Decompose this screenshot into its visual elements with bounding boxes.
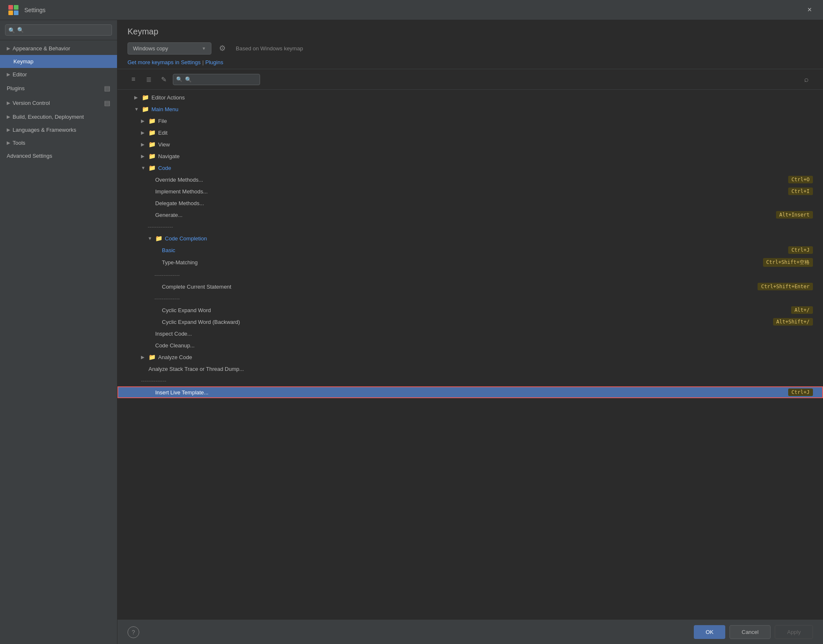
links-separator: |	[202, 59, 203, 65]
tree-item-analyze-code[interactable]: ▶ 📁 Analyze Code	[117, 351, 823, 363]
collapse-all-icon: ≡	[131, 76, 135, 83]
expand-all-button[interactable]: ≣	[143, 73, 154, 85]
page-title: Keymap	[128, 27, 813, 37]
sidebar-item-version-control[interactable]: ▶ Version Control ▤	[0, 96, 117, 110]
sidebar-item-advanced[interactable]: Advanced Settings	[0, 149, 117, 162]
item-label: Implement Methods...	[155, 188, 788, 195]
folder-icon: 📁	[142, 106, 149, 112]
window-title: Settings	[24, 7, 803, 13]
item-label: Inspect Code...	[155, 331, 813, 337]
bottom-right: OK Cancel Apply	[694, 625, 813, 639]
item-label: Edit	[158, 130, 813, 136]
item-label: Cyclic Expand Word (Backward)	[162, 319, 773, 325]
separator: --------------	[154, 295, 813, 302]
tree-item-inspect-code[interactable]: Inspect Code...	[117, 328, 823, 339]
sidebar-item-editor[interactable]: ▶ Editor	[0, 68, 117, 81]
tree-item-analyze-stack[interactable]: Analyze Stack Trace or Thread Dump...	[117, 363, 823, 375]
shortcut-badge: Ctrl+J	[788, 388, 813, 396]
tree-item-type-matching[interactable]: Type-Matching Ctrl+Shift+空格	[117, 256, 823, 269]
sidebar-search-input[interactable]	[5, 24, 112, 36]
shortcut-badge: Ctrl+Shift+空格	[763, 258, 813, 267]
sidebar-item-label: Editor	[13, 71, 27, 78]
keymap-controls: Windows copy ▼ ⚙ Based on Windows keymap	[128, 42, 813, 55]
tree-item-override-methods[interactable]: Override Methods... Ctrl+O	[117, 174, 823, 185]
content-area: Keymap Windows copy ▼ ⚙ Based on Windows…	[117, 20, 823, 644]
tree-item-file[interactable]: ▶ 📁 File	[117, 115, 823, 127]
item-label: Cyclic Expand Word	[162, 307, 791, 313]
tree-item-edit[interactable]: ▶ 📁 Edit	[117, 127, 823, 138]
tree-search-input[interactable]	[173, 74, 260, 85]
item-label: Complete Current Statement	[162, 284, 758, 290]
tree-item-code[interactable]: ▼ 📁 Code	[117, 162, 823, 174]
keymap-links: Get more keymaps in Settings | Plugins	[128, 59, 813, 65]
tree-item-cyclic-expand[interactable]: Cyclic Expand Word Alt+/	[117, 304, 823, 316]
sidebar-item-label: Plugins	[7, 85, 25, 91]
shortcut-badge: Alt+Insert	[776, 211, 813, 219]
tree-item-basic[interactable]: Basic Ctrl+J	[117, 244, 823, 256]
chevron-right-icon: ▶	[141, 355, 147, 360]
collapse-all-button[interactable]: ≡	[128, 73, 139, 85]
item-label: Override Methods...	[155, 177, 788, 183]
svg-rect-1	[14, 5, 18, 10]
tree-item-editor-actions[interactable]: ▶ 📁 Editor Actions	[117, 91, 823, 103]
tree-item-code-completion[interactable]: ▼ 📁 Code Completion	[117, 232, 823, 244]
tree-item-view[interactable]: ▶ 📁 View	[117, 138, 823, 150]
tree-search-icon: 🔍	[176, 76, 182, 82]
item-label: Delegate Methods...	[155, 200, 813, 206]
tree-item-code-cleanup[interactable]: Code Cleanup...	[117, 339, 823, 351]
folder-icon: 📁	[148, 141, 156, 148]
chevron-right-icon: ▶	[7, 114, 10, 120]
help-button[interactable]: ?	[128, 626, 139, 638]
app-icon	[7, 3, 20, 17]
tree-item-complete-current[interactable]: Complete Current Statement Ctrl+Shift+En…	[117, 281, 823, 292]
item-label: Code	[158, 165, 813, 171]
find-shortcut-icon: ⌕	[804, 75, 809, 84]
shortcut-badge: Ctrl+O	[788, 176, 813, 183]
tree-item-delegate-methods[interactable]: Delegate Methods...	[117, 197, 823, 209]
tree-item-cyclic-expand-bwd[interactable]: Cyclic Expand Word (Backward) Alt+Shift+…	[117, 316, 823, 328]
keymap-dropdown-value: Windows copy	[133, 45, 168, 52]
ok-button[interactable]: OK	[694, 625, 725, 639]
separator: --------------	[148, 224, 813, 230]
tree-item-generate[interactable]: Generate... Alt+Insert	[117, 209, 823, 221]
sidebar: 🔍 ▶ Appearance & Behavior Keymap ▶ Edito…	[0, 20, 117, 644]
sidebar-item-tools[interactable]: ▶ Tools	[0, 136, 117, 149]
edit-shortcut-button[interactable]: ✎	[158, 73, 169, 85]
tree-content: ▶ 📁 Editor Actions ▼ 📁 Main Menu ▶ 📁 Fil…	[117, 90, 823, 620]
folder-icon: 📁	[155, 235, 162, 242]
keymap-gear-button[interactable]: ⚙	[216, 42, 229, 55]
keymap-dropdown[interactable]: Windows copy ▼	[128, 42, 211, 55]
shortcut-badge: Alt+Shift+/	[773, 318, 813, 326]
apply-button[interactable]: Apply	[775, 625, 813, 639]
tree-item-main-menu[interactable]: ▼ 📁 Main Menu	[117, 103, 823, 115]
item-label: Navigate	[158, 153, 813, 159]
sidebar-item-languages[interactable]: ▶ Languages & Frameworks	[0, 123, 117, 136]
sidebar-item-appearance[interactable]: ▶ Appearance & Behavior	[0, 42, 117, 55]
plugins-link[interactable]: Plugins	[206, 59, 224, 65]
sidebar-item-plugins[interactable]: Plugins ▤	[0, 81, 117, 96]
tree-item-implement-methods[interactable]: Implement Methods... Ctrl+I	[117, 185, 823, 197]
main-layout: 🔍 ▶ Appearance & Behavior Keymap ▶ Edito…	[0, 20, 823, 644]
get-more-keymaps-link[interactable]: Get more keymaps in Settings	[128, 59, 201, 65]
tree-item-sep2: --------------	[117, 269, 823, 281]
chevron-down-icon: ▶	[7, 46, 10, 51]
tree-item-navigate[interactable]: ▶ 📁 Navigate	[117, 150, 823, 162]
find-shortcut-button[interactable]: ⌕	[800, 73, 813, 86]
chevron-right-icon: ▶	[7, 127, 10, 133]
sidebar-search-area: 🔍	[0, 20, 117, 40]
item-label: View	[158, 141, 813, 148]
folder-icon: 📁	[148, 153, 156, 159]
sidebar-item-keymap[interactable]: Keymap	[0, 55, 117, 68]
item-label: Analyze Stack Trace or Thread Dump...	[148, 366, 813, 372]
svg-rect-3	[14, 10, 18, 15]
cancel-button[interactable]: Cancel	[729, 625, 771, 639]
item-label: Type-Matching	[162, 259, 763, 266]
item-label: Analyze Code	[158, 354, 813, 360]
chevron-down-icon: ▼	[148, 236, 154, 241]
keymap-based-text: Based on Windows keymap	[236, 45, 303, 52]
item-label: File	[158, 118, 813, 124]
tree-item-insert-live-template[interactable]: Insert Live Template... Ctrl+J	[117, 386, 823, 398]
edit-icon: ✎	[161, 76, 167, 83]
sidebar-item-build[interactable]: ▶ Build, Execution, Deployment	[0, 110, 117, 123]
close-button[interactable]: ×	[803, 3, 816, 17]
